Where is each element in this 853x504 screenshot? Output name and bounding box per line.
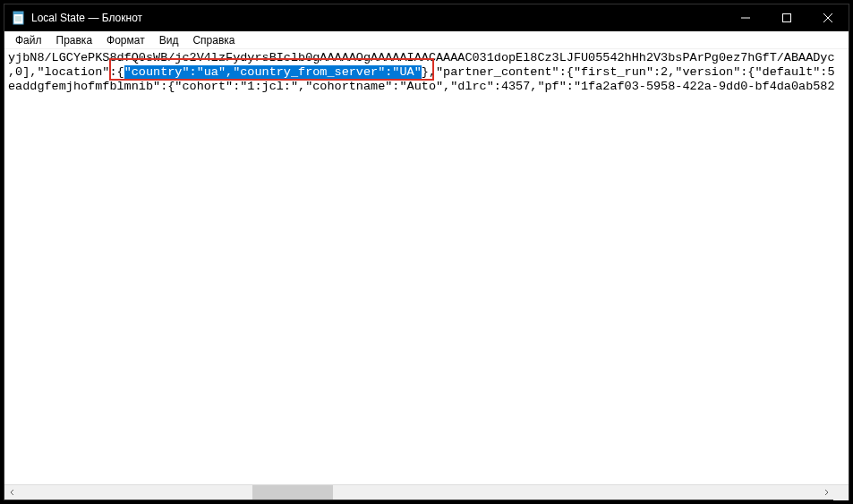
text-editor[interactable]: yjbN8/LGCYePKS8dfQ0sWB/jc2V4lzFydyrsBIcl… bbox=[4, 49, 849, 484]
scroll-left-arrow[interactable] bbox=[4, 485, 20, 500]
scroll-corner bbox=[833, 485, 849, 500]
menu-file[interactable]: Файл bbox=[8, 32, 49, 48]
titlebar[interactable]: Local State — Блокнот bbox=[4, 4, 849, 31]
horizontal-scrollbar bbox=[4, 484, 849, 500]
menu-view[interactable]: Вид bbox=[152, 32, 186, 48]
text-line: yjbN8/LGCYePKS8dfQ0sWB/jc2V4lzFydyrsBIcl… bbox=[8, 51, 845, 65]
notepad-window: Local State — Блокнот Файл Правка Формат… bbox=[4, 4, 849, 500]
menubar: Файл Правка Формат Вид Справка bbox=[4, 31, 849, 49]
scroll-right-arrow[interactable] bbox=[818, 485, 833, 500]
selected-text: "country":"ua","country_from_server":"UA… bbox=[124, 65, 422, 79]
scroll-track[interactable] bbox=[20, 485, 818, 500]
text-line: ,0],"location":{"country":"ua","country_… bbox=[8, 65, 845, 80]
menu-help[interactable]: Справка bbox=[185, 32, 242, 48]
window-controls bbox=[725, 4, 849, 31]
text-line: eaddgfemjhofmfblmnib":{"cohort":"1:jcl:"… bbox=[8, 80, 845, 94]
svg-rect-6 bbox=[783, 14, 791, 22]
maximize-button[interactable] bbox=[766, 4, 807, 31]
close-button[interactable] bbox=[807, 4, 849, 31]
menu-edit[interactable]: Правка bbox=[49, 32, 100, 48]
notepad-icon bbox=[12, 11, 26, 25]
window-title: Local State — Блокнот bbox=[31, 12, 725, 24]
svg-rect-1 bbox=[13, 12, 23, 14]
scroll-thumb[interactable] bbox=[252, 485, 333, 500]
minimize-button[interactable] bbox=[725, 4, 766, 31]
menu-format[interactable]: Формат bbox=[99, 32, 152, 48]
